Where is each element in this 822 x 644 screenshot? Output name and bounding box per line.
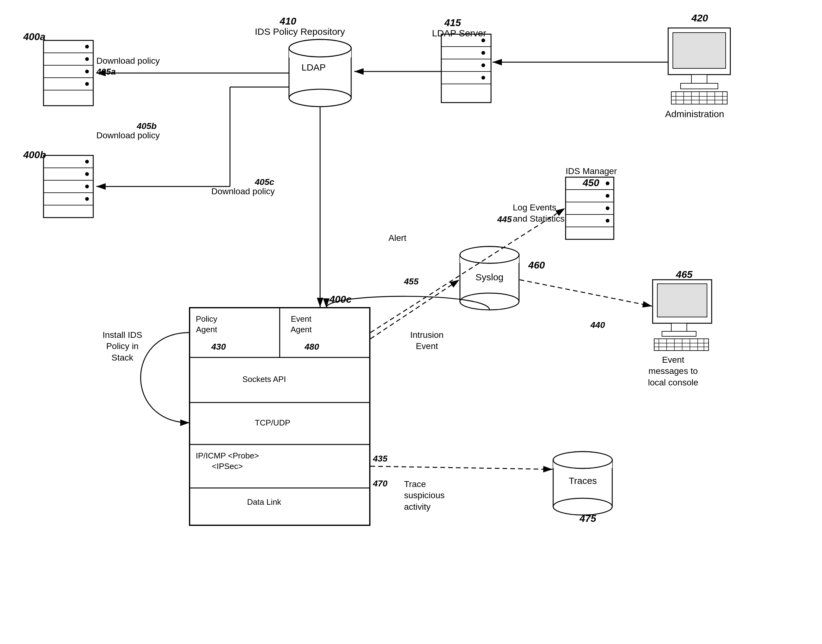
label-administration: Administration — [665, 109, 724, 120]
svg-rect-60 — [460, 247, 519, 263]
label-ldap: LDAP — [301, 62, 326, 73]
label-ids-policy-repo: IDS Policy Repository — [255, 26, 345, 37]
svg-point-80 — [553, 452, 612, 468]
svg-point-38 — [85, 82, 89, 86]
stack-policy-agent: PolicyAgent — [196, 314, 217, 335]
svg-rect-81 — [190, 308, 370, 525]
svg-point-4 — [289, 89, 351, 107]
label-445: 445 — [497, 215, 512, 224]
svg-rect-7 — [441, 34, 491, 103]
label-405b: 405b — [137, 121, 156, 131]
label-440: 440 — [590, 320, 605, 330]
svg-point-53 — [606, 181, 609, 185]
label-download-405b: Download policy — [97, 130, 160, 141]
label-download-405c: Download policy — [211, 187, 275, 196]
svg-point-45 — [85, 172, 89, 176]
svg-point-6 — [289, 40, 351, 57]
stack-ip-icmp: IP/ICMP <Probe><IPSec> — [196, 451, 259, 472]
label-event-messages: Eventmessages tolocal console — [648, 354, 698, 388]
svg-point-58 — [460, 247, 519, 263]
svg-rect-64 — [671, 323, 687, 332]
label-intrusion-event: IntrusionEvent — [410, 330, 443, 352]
stack-sockets-api: Sockets API — [242, 374, 286, 384]
svg-point-36 — [85, 57, 89, 61]
label-ids-manager: IDS Manager — [566, 166, 617, 176]
svg-rect-79 — [553, 452, 612, 468]
label-435: 435 — [373, 454, 388, 464]
svg-point-44 — [85, 160, 89, 164]
label-450: 450 — [583, 177, 599, 189]
stack-event-agent: EventAgent — [291, 314, 312, 335]
label-syslog: Syslog — [475, 272, 503, 282]
svg-point-15 — [482, 76, 485, 80]
svg-rect-5 — [289, 40, 351, 57]
label-420: 420 — [692, 12, 708, 24]
label-400c: 400c — [330, 294, 351, 305]
label-455: 455 — [404, 277, 419, 287]
label-405a: 405a — [97, 67, 116, 77]
label-465: 465 — [676, 269, 692, 281]
label-install-ids: Install IDSPolicy inStack — [103, 330, 142, 363]
stack-event-number: 480 — [305, 342, 319, 352]
svg-point-12 — [482, 38, 485, 42]
svg-point-78 — [553, 498, 612, 515]
svg-rect-16 — [668, 28, 730, 75]
stack-data-link: Data Link — [247, 497, 281, 507]
svg-rect-39 — [43, 155, 93, 218]
label-415: 415 — [445, 17, 461, 29]
svg-point-37 — [85, 70, 89, 74]
svg-point-13 — [482, 51, 485, 55]
svg-rect-66 — [654, 339, 709, 351]
svg-point-46 — [85, 185, 89, 189]
svg-point-35 — [85, 45, 89, 49]
svg-point-54 — [606, 194, 609, 198]
label-download-405a: Download policy — [97, 56, 160, 66]
label-460: 460 — [528, 259, 545, 271]
svg-rect-17 — [673, 33, 725, 68]
svg-rect-63 — [657, 284, 707, 317]
label-ldap-server: LDAP Server — [432, 28, 486, 38]
label-log-events: Log Eventsand Statistics — [513, 202, 565, 225]
svg-point-61 — [460, 247, 519, 263]
svg-point-59 — [460, 293, 519, 310]
label-405c: 405c — [255, 177, 274, 187]
svg-rect-20 — [671, 92, 727, 104]
svg-point-55 — [606, 206, 609, 210]
label-alert: Alert — [388, 233, 406, 243]
label-400b: 400b — [23, 149, 46, 161]
svg-rect-2 — [289, 48, 351, 98]
svg-line-96 — [520, 280, 652, 306]
label-410: 410 — [280, 15, 296, 27]
svg-rect-62 — [653, 280, 712, 323]
label-400a: 400a — [23, 31, 45, 43]
label-475: 475 — [580, 513, 596, 524]
label-470: 470 — [373, 478, 388, 489]
svg-point-3 — [289, 40, 351, 57]
label-traces: Traces — [569, 475, 597, 486]
svg-point-47 — [85, 197, 89, 201]
svg-rect-18 — [692, 75, 707, 84]
svg-point-77 — [553, 452, 612, 468]
label-trace-suspicious: Tracesuspiciousactivity — [404, 478, 445, 512]
svg-rect-19 — [681, 83, 718, 89]
stack-tcp-udp: TCP/UDP — [255, 418, 290, 428]
svg-rect-65 — [662, 331, 696, 336]
svg-point-56 — [606, 219, 609, 222]
svg-point-14 — [482, 63, 485, 67]
svg-line-97 — [370, 466, 552, 469]
svg-rect-30 — [43, 40, 93, 106]
stack-policy-number: 430 — [211, 342, 226, 352]
